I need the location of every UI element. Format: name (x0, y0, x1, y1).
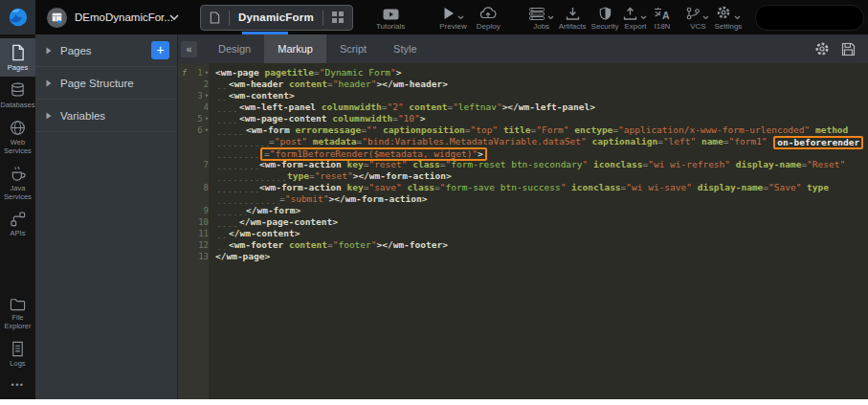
code-token: "application/x-www-form-urlencoded" (618, 124, 815, 135)
code-line[interactable]: 10</wm-page-content> (178, 216, 868, 228)
editor-tabs: Design Markup Script Style (205, 34, 431, 63)
code-token: "reset" (315, 170, 353, 181)
panel-section-pages[interactable]: Pages + (35, 34, 177, 67)
line-gutter: 2 (178, 79, 211, 90)
pages-panel: Pages + Page Structure Variables (35, 34, 178, 399)
code-line[interactable]: ="post" metadata="bind:Variables.Metadat… (178, 136, 868, 147)
code-token: > (420, 113, 426, 124)
line-gutter: 9 (178, 205, 211, 216)
code-line[interactable]: ="form1BeforeRender($metadata, widget)"> (178, 147, 868, 159)
rail-item-web-services[interactable]: Web Services (0, 114, 35, 160)
export-button[interactable]: Export (623, 5, 647, 31)
code-token: captionalign (592, 136, 658, 146)
line-number: 7 (204, 159, 209, 170)
code-line[interactable]: 4<wm-left-panel columnwidth="2" content=… (178, 101, 868, 113)
i18n-button[interactable]: A I18N (654, 5, 670, 31)
tutorials-button[interactable]: Tutorials (376, 5, 405, 31)
code-token: "Form" (536, 124, 574, 135)
caret-right-icon (46, 47, 52, 55)
chevron-down-icon (547, 15, 554, 20)
panel-section-page-structure[interactable]: Page Structure (35, 67, 177, 100)
code-token: " (561, 182, 571, 192)
add-page-button[interactable]: + (151, 41, 169, 59)
artifacts-download-icon (566, 7, 580, 20)
code-line[interactable]: 5▾<wm-page-content columnwidth="10"> (178, 113, 868, 124)
deploy-button[interactable]: Deploy (477, 5, 501, 31)
preview-button[interactable]: Preview (439, 5, 466, 31)
panel-empty-area (35, 132, 177, 399)
code-line[interactable]: 12<wm-footer content="footer"></wm-foote… (178, 239, 868, 251)
code-token: "wi wi-save" (626, 182, 697, 192)
code-token: </wm-page> (215, 251, 270, 261)
code-area[interactable]: f1▾<wm-page pagetitle="Dynamic Form">2<w… (178, 63, 868, 399)
code-line[interactable]: 2<wm-header content="header"></wm-header… (178, 79, 868, 90)
code-line[interactable]: ="submit"></wm-form-action> (178, 193, 868, 205)
fold-caret-icon[interactable]: ▾ (205, 113, 209, 124)
artifacts-button[interactable]: Artifacts (559, 5, 587, 31)
code-token: columnwidth (332, 113, 392, 124)
account-area[interactable] (755, 5, 864, 31)
top-bar: DEmoDynamicFor... DynamicForm Tutorials (0, 0, 868, 34)
panel-section-label: Page Structure (60, 78, 134, 89)
code-token: metadata (313, 136, 357, 146)
rail-item-java-services[interactable]: Java Services (0, 160, 35, 206)
code-token: ></wm-header> (377, 79, 448, 89)
code-token: errormessage (295, 124, 361, 135)
collapse-panel-button[interactable]: « (181, 41, 197, 57)
rail-item-logs[interactable]: Logs (0, 335, 35, 372)
code-line[interactable]: 3▾<wm-content> (178, 90, 868, 101)
rail-item-apis[interactable]: APIs (0, 206, 35, 242)
gutter-marker: f (178, 67, 187, 79)
code-line[interactable]: 11</wm-content> (178, 228, 868, 239)
rail-spacer (0, 242, 35, 291)
grid-icon[interactable] (332, 11, 344, 23)
code-line[interactable]: 6▾<wm-form errormessage="" captionpositi… (178, 124, 868, 136)
code-line[interactable]: 13</wm-page> (178, 251, 868, 262)
code-line[interactable]: f1▾<wm-page pagetitle="Dynamic Form"> (178, 67, 868, 79)
page-tab[interactable]: DynamicForm (200, 5, 353, 31)
tab-design[interactable]: Design (205, 34, 264, 63)
rail-item-file-explorer[interactable]: File Explorer (0, 291, 35, 335)
settings-button[interactable]: Settings (714, 5, 742, 31)
editor-settings-gear-icon[interactable] (814, 41, 830, 56)
line-gutter: 4 (178, 101, 211, 113)
code-token: "submit" (285, 193, 329, 204)
code-token: "" (367, 124, 383, 135)
panel-section-variables[interactable]: Variables (35, 100, 177, 132)
divider (323, 11, 323, 25)
code-line[interactable]: 7<wm-form-action key="reset" class="form… (178, 159, 868, 170)
fold-caret-icon[interactable]: ▾ (205, 124, 209, 136)
active-page-indicator (242, 32, 288, 34)
fold-caret-icon[interactable]: ▾ (205, 67, 209, 79)
vcs-button[interactable]: VCS (686, 5, 709, 31)
code-line[interactable]: 9</wm-form> (178, 205, 868, 216)
panel-section-label: Variables (60, 110, 105, 122)
code-text: <wm-header content="header"></wm-header> (211, 79, 448, 90)
rail-item-databases[interactable]: Databases (0, 77, 35, 114)
tab-markup[interactable]: Markup (264, 34, 326, 63)
wavemaker-logo[interactable] (0, 0, 35, 34)
settings-gear-icon (716, 5, 731, 20)
indent-guide (215, 159, 259, 169)
code-token: title (503, 124, 531, 135)
fold-caret-icon[interactable]: ▾ (205, 90, 209, 101)
code-line[interactable]: 8<wm-form-action key="save" class="form-… (178, 182, 868, 193)
code-token: display-name (698, 182, 764, 192)
tab-style[interactable]: Style (380, 34, 430, 63)
security-button[interactable]: Security (591, 5, 619, 31)
code-token: > (396, 67, 402, 78)
indent-guide (215, 113, 239, 124)
rail-item-pages[interactable]: Pages (0, 38, 35, 77)
code-token: ></wm-form-action> (329, 193, 428, 204)
save-icon[interactable] (841, 42, 856, 56)
jobs-button[interactable]: Jobs (529, 5, 554, 31)
line-gutter (178, 136, 211, 147)
code-line[interactable]: type="reset"></wm-form-action> (178, 170, 868, 182)
more-options-button[interactable]: ••• (0, 372, 35, 399)
code-token: ></wm-left-panel> (502, 101, 595, 112)
code-token: form-save btn-success (446, 182, 561, 192)
project-selector[interactable]: DEmoDynamicFor... (46, 7, 179, 29)
code-token: "top" (471, 124, 503, 135)
tab-script[interactable]: Script (326, 34, 380, 63)
line-number: 12 (198, 239, 209, 251)
